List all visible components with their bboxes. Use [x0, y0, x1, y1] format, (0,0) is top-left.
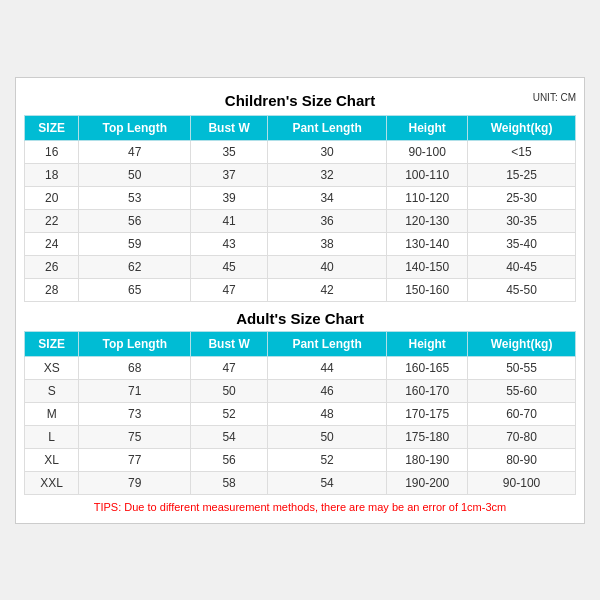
- table-cell: 50-55: [468, 356, 576, 379]
- table-cell: 190-200: [387, 471, 468, 494]
- adult-header-row: SIZE Top Length Bust W Pant Length Heigh…: [25, 331, 576, 356]
- table-cell: 38: [267, 232, 386, 255]
- table-cell: 16: [25, 140, 79, 163]
- table-row: 26624540140-15040-45: [25, 255, 576, 278]
- table-cell: 47: [191, 356, 268, 379]
- table-cell: 46: [267, 379, 386, 402]
- adult-col-top-length: Top Length: [79, 331, 191, 356]
- table-cell: 48: [267, 402, 386, 425]
- table-cell: 20: [25, 186, 79, 209]
- table-cell: 43: [191, 232, 268, 255]
- children-title: Children's Size Chart UNIT: CM: [24, 86, 576, 115]
- table-cell: 36: [267, 209, 386, 232]
- table-row: 1647353090-100<15: [25, 140, 576, 163]
- tips-text: TIPS: Due to different measurement metho…: [24, 495, 576, 515]
- table-cell: 34: [267, 186, 386, 209]
- table-cell: 54: [191, 425, 268, 448]
- table-cell: 100-110: [387, 163, 468, 186]
- table-cell: 150-160: [387, 278, 468, 301]
- table-cell: 45-50: [468, 278, 576, 301]
- table-row: M735248170-17560-70: [25, 402, 576, 425]
- table-cell: <15: [468, 140, 576, 163]
- table-cell: L: [25, 425, 79, 448]
- col-weight: Weight(kg): [468, 115, 576, 140]
- table-cell: 59: [79, 232, 191, 255]
- table-cell: 54: [267, 471, 386, 494]
- table-cell: 39: [191, 186, 268, 209]
- table-cell: XS: [25, 356, 79, 379]
- table-row: XXL795854190-20090-100: [25, 471, 576, 494]
- table-cell: 90-100: [387, 140, 468, 163]
- table-cell: 77: [79, 448, 191, 471]
- table-cell: 170-175: [387, 402, 468, 425]
- table-cell: 160-165: [387, 356, 468, 379]
- table-row: L755450175-18070-80: [25, 425, 576, 448]
- table-cell: M: [25, 402, 79, 425]
- table-cell: 30-35: [468, 209, 576, 232]
- table-cell: 52: [267, 448, 386, 471]
- table-cell: 32: [267, 163, 386, 186]
- adult-col-bust-w: Bust W: [191, 331, 268, 356]
- table-cell: 110-120: [387, 186, 468, 209]
- table-cell: 62: [79, 255, 191, 278]
- table-cell: 65: [79, 278, 191, 301]
- table-cell: 175-180: [387, 425, 468, 448]
- table-cell: 79: [79, 471, 191, 494]
- table-cell: 50: [79, 163, 191, 186]
- table-row: XL775652180-19080-90: [25, 448, 576, 471]
- table-cell: 70-80: [468, 425, 576, 448]
- chart-container: Children's Size Chart UNIT: CM SIZE Top …: [15, 77, 585, 524]
- table-cell: 55-60: [468, 379, 576, 402]
- table-cell: 30: [267, 140, 386, 163]
- table-row: S715046160-17055-60: [25, 379, 576, 402]
- adult-table: SIZE Top Length Bust W Pant Length Heigh…: [24, 331, 576, 495]
- table-cell: 53: [79, 186, 191, 209]
- table-cell: 47: [79, 140, 191, 163]
- table-row: XS684744160-16550-55: [25, 356, 576, 379]
- table-cell: 18: [25, 163, 79, 186]
- table-cell: 40: [267, 255, 386, 278]
- col-pant-length: Pant Length: [267, 115, 386, 140]
- col-bust-w: Bust W: [191, 115, 268, 140]
- table-row: 20533934110-12025-30: [25, 186, 576, 209]
- table-cell: S: [25, 379, 79, 402]
- table-cell: 56: [191, 448, 268, 471]
- children-header-row: SIZE Top Length Bust W Pant Length Heigh…: [25, 115, 576, 140]
- table-cell: 35-40: [468, 232, 576, 255]
- table-cell: 28: [25, 278, 79, 301]
- table-cell: 50: [267, 425, 386, 448]
- table-cell: 56: [79, 209, 191, 232]
- adult-col-weight: Weight(kg): [468, 331, 576, 356]
- col-height: Height: [387, 115, 468, 140]
- table-cell: 42: [267, 278, 386, 301]
- table-cell: 130-140: [387, 232, 468, 255]
- col-size: SIZE: [25, 115, 79, 140]
- table-cell: 40-45: [468, 255, 576, 278]
- table-cell: 68: [79, 356, 191, 379]
- table-cell: 52: [191, 402, 268, 425]
- table-cell: 37: [191, 163, 268, 186]
- table-row: 18503732100-11015-25: [25, 163, 576, 186]
- table-cell: 15-25: [468, 163, 576, 186]
- children-table: SIZE Top Length Bust W Pant Length Heigh…: [24, 115, 576, 302]
- table-cell: 60-70: [468, 402, 576, 425]
- table-cell: 45: [191, 255, 268, 278]
- table-cell: 160-170: [387, 379, 468, 402]
- unit-label: UNIT: CM: [533, 92, 576, 103]
- table-cell: 120-130: [387, 209, 468, 232]
- table-cell: 71: [79, 379, 191, 402]
- adult-col-height: Height: [387, 331, 468, 356]
- table-cell: 47: [191, 278, 268, 301]
- table-cell: 44: [267, 356, 386, 379]
- table-cell: XL: [25, 448, 79, 471]
- table-cell: 80-90: [468, 448, 576, 471]
- adult-title: Adult's Size Chart: [24, 302, 576, 331]
- table-cell: 180-190: [387, 448, 468, 471]
- table-cell: 24: [25, 232, 79, 255]
- table-cell: 25-30: [468, 186, 576, 209]
- col-top-length: Top Length: [79, 115, 191, 140]
- table-cell: 140-150: [387, 255, 468, 278]
- table-cell: 22: [25, 209, 79, 232]
- table-cell: 73: [79, 402, 191, 425]
- table-cell: 90-100: [468, 471, 576, 494]
